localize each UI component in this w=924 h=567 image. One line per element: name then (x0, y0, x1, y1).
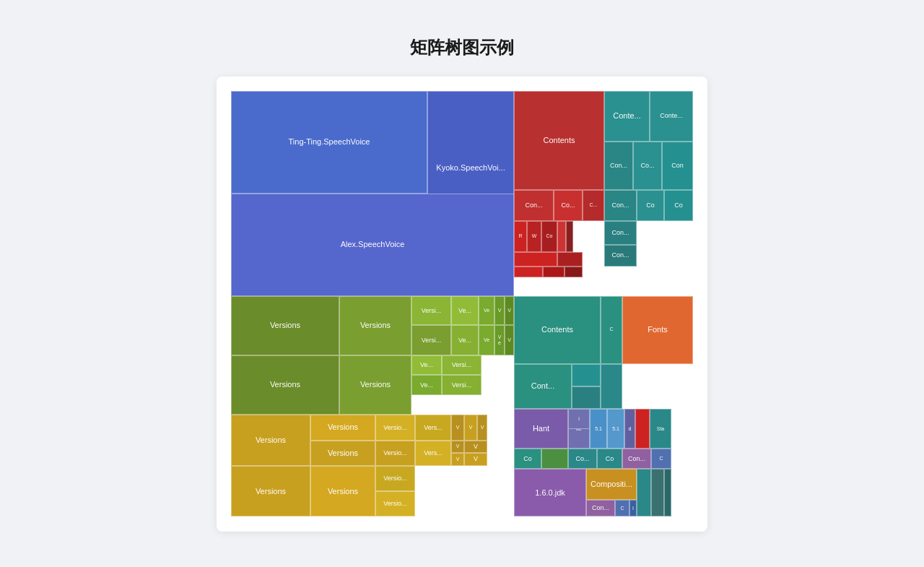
treemap-cell-versi3: Versi... (442, 355, 481, 375)
treemap-cell-w1: W (527, 221, 541, 252)
treemap-cell-small10 (601, 364, 622, 410)
treemap-cell-versions6: Versions (310, 415, 375, 440)
page-container: 矩阵树图示例 Ting-Ting.SpeechVoiceKyoko.Speech… (0, 22, 924, 546)
treemap-cell-con6: Con... (604, 245, 637, 267)
treemap-cell-vers1: Vers... (415, 415, 451, 440)
treemap-cell-conte2: Conte... (650, 91, 693, 142)
treemap-cell-co4: Co (664, 190, 693, 221)
treemap-cell-v3: V (505, 325, 514, 355)
treemap-cell-co2: Co... (554, 190, 583, 221)
treemap-cell-versions9: Versions (310, 466, 375, 517)
treemap-cell-c2: C (601, 296, 622, 364)
treemap-cell-co1: Co... (633, 142, 662, 190)
treemap-cell-con1: Con... (604, 142, 633, 190)
treemap-cell-small8 (572, 364, 601, 386)
treemap-cell-co5: Co (541, 221, 557, 252)
treemap-cell-versi4: Versi... (442, 375, 481, 394)
treemap-cell-d1: d (624, 409, 635, 449)
treemap-cell-v9: V (464, 441, 487, 453)
treemap-cell-versi2: Versi... (411, 325, 451, 355)
treemap-cell-co7: Co... (568, 449, 597, 468)
treemap-cell-jdk: 1.6.0.jdk (514, 469, 586, 517)
treemap-cell-small12 (541, 449, 568, 468)
treemap-cell-con3: Con... (514, 190, 554, 221)
treemap-cell-versions5: Versions (231, 415, 310, 466)
treemap-cell-small15 (664, 469, 671, 517)
treemap-cell-versio4: Versio... (375, 491, 415, 516)
treemap-cell-ve1: Ve... (451, 296, 479, 326)
treemap-cell-i1: i (568, 409, 590, 428)
treemap-cell-vers2: Vers... (415, 441, 451, 466)
treemap-cell-con2: Con (662, 142, 693, 190)
treemap-cell-conte1: Conte... (604, 91, 650, 142)
treemap-cell-c3: C (651, 449, 671, 468)
treemap-cell-contents1: Contents (514, 91, 604, 190)
treemap-cell-fonts: Fonts (622, 296, 693, 364)
treemap-cell-v2: V (505, 296, 514, 326)
treemap-cell-v5: V (464, 415, 477, 440)
treemap-cell-co3: Co (637, 190, 664, 221)
treemap-cell-ve7: Ve... (411, 375, 442, 394)
treemap-cell-ve6: Ve... (411, 355, 442, 375)
treemap-cell-small7 (565, 267, 583, 278)
treemap-cell-c1: C... (583, 190, 604, 221)
treemap-cell-versio2: Versio... (375, 441, 415, 466)
page-title: 矩阵树图示例 (410, 36, 514, 59)
treemap-cell-alex: Alex.SpeechVoice (231, 194, 514, 295)
treemap-cell-cont1: Cont... (514, 364, 572, 410)
treemap-cell-co6: Co (514, 449, 541, 468)
treemap-cell-versions1: Versions (231, 296, 339, 355)
treemap-cell-ve2: Ve (479, 296, 494, 326)
treemap-cell-composit: Compositi... (586, 469, 637, 500)
treemap-cell-ting-ting: Ting-Ting.SpeechVoice (231, 91, 427, 194)
treemap-cell-c4: C (615, 500, 629, 517)
treemap-cell-sta: Sta (650, 409, 671, 449)
treemap-cell-versi1: Versi... (411, 296, 451, 326)
treemap-cell-co8: Co (597, 449, 622, 468)
treemap-cell-r1: R (514, 221, 527, 252)
treemap-cell-51a: 5.1 (590, 409, 607, 449)
treemap-cell-i2: I (629, 500, 637, 517)
treemap-cell-con8: Con... (586, 500, 615, 517)
treemap-cell-ve5: Ve (494, 325, 505, 355)
treemap-cell-51b: 5.1 (607, 409, 624, 449)
treemap-cell-small14 (651, 469, 664, 517)
chart-card: Ting-Ting.SpeechVoiceKyoko.SpeechVoi...A… (217, 77, 707, 532)
treemap-cell-ve4: Ve (479, 325, 494, 355)
treemap-cell-contents2: Contents (514, 296, 601, 364)
treemap-cell-versions2: Versions (339, 296, 411, 355)
treemap-cell-v8: V (451, 453, 464, 466)
treemap-cell-small3 (514, 252, 557, 267)
treemap-cell-v7: V (451, 441, 464, 453)
treemap-cell-versions8: Versions (231, 466, 310, 517)
treemap-cell-con5: Con... (604, 221, 637, 245)
treemap-cell-v10: V (464, 453, 487, 466)
treemap-cell-small4 (557, 252, 583, 267)
treemap-cell-versions3: Versions (231, 355, 339, 415)
treemap-cell-small6 (543, 267, 565, 278)
treemap-cell-red1 (635, 409, 650, 449)
treemap-cell-v1: V (494, 296, 505, 326)
treemap-cell-small13 (637, 469, 651, 517)
treemap-cell-con4: Con... (604, 190, 637, 221)
treemap-cell-versions4: Versions (339, 355, 411, 415)
treemap-cell-versio1: Versio... (375, 415, 415, 440)
treemap-cell-v4: V (451, 415, 464, 440)
treemap-cell-con7: Con... (622, 449, 651, 468)
treemap-cell-v6: V (477, 415, 487, 440)
treemap-cell-small1 (557, 221, 566, 252)
treemap-cell-hant: Hant (514, 409, 568, 449)
treemap-cell-versio3: Versio... (375, 466, 415, 491)
treemap-cell-versions7: Versions (310, 441, 375, 466)
treemap-cell-small2 (566, 221, 573, 252)
treemap-cell-ve3: Ve... (451, 325, 479, 355)
treemap-cell-small5 (514, 267, 543, 278)
treemap: Ting-Ting.SpeechVoiceKyoko.SpeechVoi...A… (231, 91, 693, 517)
treemap-cell-small9 (572, 386, 601, 409)
